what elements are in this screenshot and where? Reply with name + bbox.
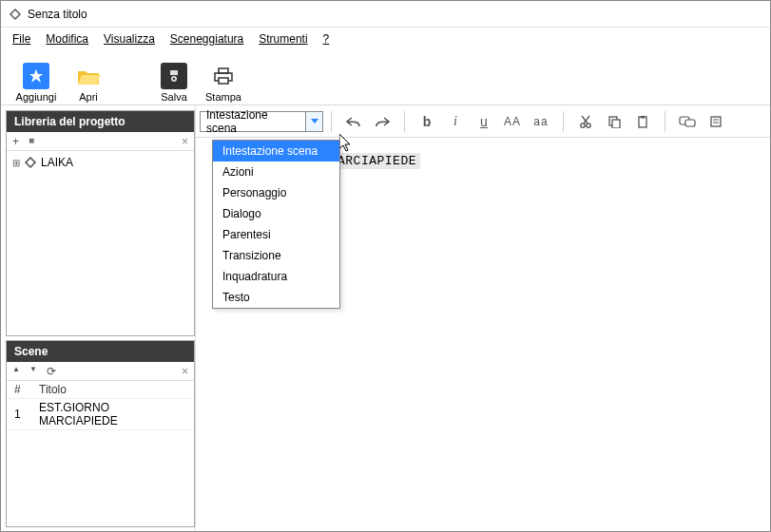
review-button[interactable]	[673, 109, 702, 134]
dropdown-item[interactable]: Testo	[213, 287, 339, 308]
app-window: Senza titolo File Modifica Visualizza Sc…	[0, 0, 771, 532]
library-body: ⊞ LAIKA	[7, 151, 194, 335]
floppy-icon	[161, 63, 187, 89]
dropdown-item[interactable]: Inquadratura	[213, 266, 339, 287]
printer-icon	[210, 63, 237, 89]
menubar: File Modifica Visualizza Sceneggiatura S…	[1, 28, 770, 50]
scene-body: # Titolo 1 EST.GIORNO MARCIAPIEDE	[7, 381, 194, 526]
project-row[interactable]: ⊞ LAIKA	[12, 155, 188, 170]
row-title: EST.GIORNO MARCIAPIEDE	[31, 399, 194, 430]
svg-marker-12	[311, 119, 318, 124]
svg-rect-23	[711, 117, 721, 126]
window-title: Senza titolo	[28, 8, 87, 21]
save-button[interactable]: Salva	[155, 63, 193, 103]
dropdown-item[interactable]: Azioni	[213, 162, 339, 182]
svg-point-13	[581, 123, 585, 126]
dropdown-item[interactable]: Personaggio	[213, 182, 339, 203]
lowercase-button[interactable]: aa	[527, 109, 555, 134]
open-button[interactable]: Apri	[69, 63, 107, 103]
menu-help[interactable]: ?	[323, 32, 330, 46]
underline-button[interactable]: u	[470, 109, 498, 134]
menu-sceneggiatura[interactable]: Sceneggiatura	[170, 32, 243, 46]
uppercase-button[interactable]: AA	[498, 109, 527, 134]
print-label: Stampa	[205, 91, 241, 103]
svg-point-6	[173, 78, 175, 80]
library-panel: Libreria del progetto + ■ × ⊞ LAIKA	[6, 110, 195, 336]
save-label: Salva	[161, 91, 187, 103]
separator	[563, 111, 564, 132]
scene-refresh-icon[interactable]: ⟳	[47, 365, 56, 378]
note-button[interactable]	[702, 109, 730, 134]
content-area: Libreria del progetto + ■ × ⊞ LAIKA	[1, 105, 770, 531]
scene-up-icon[interactable]: ▲	[12, 365, 20, 378]
folder-icon	[75, 63, 102, 89]
dropdown-item[interactable]: Intestazione scena	[213, 141, 339, 162]
col-num[interactable]: #	[7, 381, 31, 399]
table-row[interactable]: 1 EST.GIORNO MARCIAPIEDE	[7, 399, 194, 430]
format-toolbar: Intestazione scena b i u AA aa	[196, 105, 770, 138]
main-toolbar: Aggiungi Apri Salva Stampa	[1, 50, 770, 105]
svg-rect-20	[641, 116, 645, 119]
library-folder-icon[interactable]: ■	[29, 135, 34, 148]
dropdown-item[interactable]: Transizione	[213, 245, 339, 266]
separator	[331, 111, 332, 132]
library-add-icon[interactable]: +	[12, 135, 19, 148]
svg-rect-22	[685, 120, 695, 126]
open-label: Apri	[79, 91, 98, 103]
style-combo[interactable]: Intestazione scena	[200, 111, 323, 132]
svg-rect-8	[219, 68, 228, 73]
scene-toolbar: ▲ ▼ ⟳ ×	[7, 362, 194, 381]
col-title[interactable]: Titolo	[31, 381, 194, 399]
library-title: Libreria del progetto	[7, 111, 194, 132]
svg-rect-4	[170, 70, 178, 75]
chevron-down-icon[interactable]	[305, 112, 322, 131]
copy-button[interactable]	[600, 109, 628, 134]
paste-button[interactable]	[628, 109, 657, 134]
dropdown-item[interactable]: Dialogo	[213, 203, 339, 224]
svg-rect-18	[612, 120, 620, 128]
redo-button[interactable]	[368, 109, 396, 134]
menu-visualizza[interactable]: Visualizza	[104, 32, 155, 46]
svg-rect-19	[639, 117, 646, 127]
style-dropdown: Intestazione scenaAzioniPersonaggioDialo…	[212, 140, 340, 309]
svg-point-14	[587, 123, 590, 126]
bold-button[interactable]: b	[413, 109, 441, 134]
cut-button[interactable]	[571, 109, 600, 134]
project-name: LAIKA	[41, 156, 73, 169]
add-button[interactable]: Aggiungi	[12, 63, 60, 103]
separator	[665, 111, 665, 132]
project-icon	[25, 157, 36, 168]
row-num: 1	[7, 399, 31, 430]
scene-title: Scene	[7, 341, 194, 362]
sidebar: Libreria del progetto + ■ × ⊞ LAIKA	[1, 105, 196, 531]
expand-icon[interactable]: ⊞	[12, 158, 20, 168]
svg-marker-2	[29, 69, 43, 83]
print-button[interactable]: Stampa	[202, 63, 244, 103]
svg-rect-9	[219, 78, 228, 84]
menu-file[interactable]: File	[12, 32, 30, 46]
scene-heading-text[interactable]: ARCIAPIEDE	[334, 153, 420, 169]
scene-panel: Scene ▲ ▼ ⟳ × # Titolo	[6, 340, 195, 527]
star-icon	[23, 63, 49, 89]
combo-value: Intestazione scena	[201, 108, 305, 135]
menu-modifica[interactable]: Modifica	[46, 32, 88, 46]
library-toolbar: + ■ ×	[7, 132, 194, 151]
dropdown-item[interactable]: Parentesi	[213, 224, 339, 245]
italic-button[interactable]: i	[441, 109, 470, 134]
scene-table: # Titolo 1 EST.GIORNO MARCIAPIEDE	[7, 381, 194, 430]
scene-close-icon[interactable]: ×	[182, 365, 188, 378]
scene-down-icon[interactable]: ▼	[29, 365, 37, 378]
separator	[404, 111, 405, 132]
add-label: Aggiungi	[16, 91, 57, 103]
app-icon	[9, 8, 22, 21]
menu-strumenti[interactable]: Strumenti	[259, 32, 307, 46]
undo-button[interactable]	[339, 109, 368, 134]
library-close-icon[interactable]: ×	[182, 135, 188, 148]
titlebar: Senza titolo	[1, 1, 770, 28]
